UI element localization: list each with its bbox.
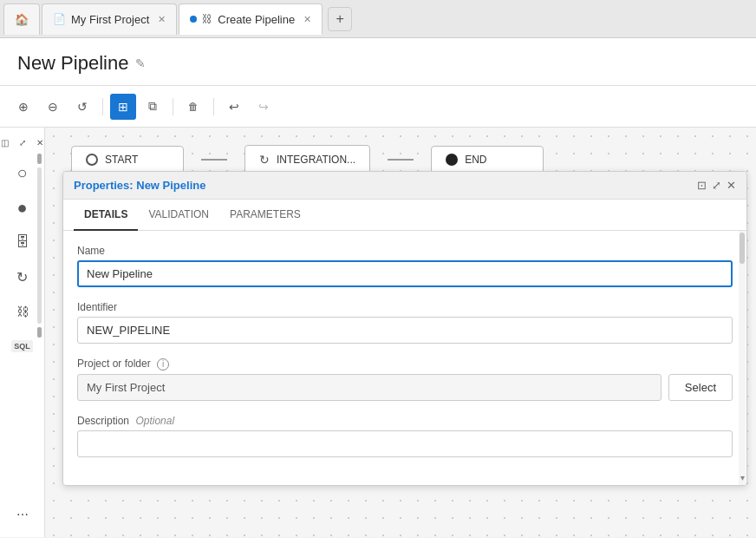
left-sidebar: ◫ ⤢ ✕ ○ ● 🗄 ↻ ⛓ SQL ⋯ <box>0 128 45 537</box>
add-tab-button[interactable]: + <box>328 7 352 31</box>
panel-title-name: New Pipeline <box>136 179 205 192</box>
sidebar-filled-circle-tool[interactable]: ● <box>7 192 38 223</box>
sidebar-fullscreen-icon[interactable]: ⤢ <box>15 134 30 150</box>
description-label: Description Optional <box>77 415 733 427</box>
zoom-in-button[interactable]: ⊕ <box>10 94 36 120</box>
tab-home[interactable]: 🏠 <box>3 3 40 35</box>
toolbar: ⊕ ⊖ ↺ ⊞ ⧉ 🗑 ↩ ↪ <box>0 86 756 128</box>
more-icon: ⋯ <box>16 508 29 522</box>
grid-button[interactable]: ⊞ <box>110 94 136 120</box>
delete-button[interactable]: 🗑 <box>180 94 206 120</box>
end-node[interactable]: END <box>431 146 544 174</box>
start-node[interactable]: START <box>71 146 184 174</box>
panel-tabs: DETAILS VALIDATION PARAMETERS <box>63 200 746 231</box>
end-node-icon <box>446 154 458 166</box>
panel-maximize-button[interactable]: ⤢ <box>712 179 721 192</box>
project-row: Select <box>77 374 733 401</box>
panel-scrollbar[interactable]: ▾ <box>738 231 746 485</box>
description-field-group: Description Optional <box>77 415 733 457</box>
undo2-icon: ↩ <box>229 100 239 114</box>
zoom-in-icon: ⊕ <box>18 100 29 114</box>
sidebar-network-tool[interactable]: ⛓ <box>7 296 38 327</box>
scroll-track <box>739 231 746 485</box>
panel-title-prefix: Properties: <box>74 179 136 192</box>
panel-actions: ⊡ ⤢ ✕ <box>697 179 736 192</box>
tab-parameters[interactable]: PARAMETERS <box>219 200 311 231</box>
pipeline-nodes-row: START ↻ INTEGRATION... END <box>71 145 544 174</box>
connector-2 <box>388 159 414 161</box>
database-icon: 🗄 <box>16 234 29 250</box>
name-label: Name <box>77 245 733 257</box>
tab-validation[interactable]: VALIDATION <box>138 200 219 231</box>
toolbar-separator-3 <box>213 98 214 115</box>
undo-icon: ↺ <box>77 100 88 114</box>
start-node-icon <box>86 154 98 166</box>
project-icon: 📄 <box>53 13 66 25</box>
grid-icon: ⊞ <box>118 100 128 114</box>
name-field-group: Name <box>77 245 733 287</box>
integration-node-icon: ↻ <box>259 153 270 167</box>
name-input[interactable] <box>77 260 733 287</box>
scroll-down[interactable] <box>37 327 42 338</box>
tab-details[interactable]: DETAILS <box>74 200 138 231</box>
scroll-down-arrow[interactable]: ▾ <box>739 473 746 483</box>
redo-button[interactable]: ↪ <box>251 94 277 120</box>
toolbar-separator-1 <box>102 98 103 115</box>
panel-minimize-button[interactable]: ⊡ <box>697 179 707 192</box>
edit-icon[interactable]: ✎ <box>135 56 146 70</box>
copy-button[interactable]: ⧉ <box>140 94 166 120</box>
panel-header: Properties: New Pipeline ⊡ ⤢ ✕ <box>63 172 746 200</box>
project-field-group: Project or folder i Select <box>77 358 733 401</box>
scroll-track <box>37 167 42 324</box>
identifier-input[interactable] <box>77 317 733 344</box>
sidebar-circle-tool[interactable]: ○ <box>7 157 38 188</box>
page-title: New Pipeline <box>17 52 128 75</box>
tab-project[interactable]: 📄 My First Project ✕ <box>42 3 177 35</box>
select-button[interactable]: Select <box>668 374 733 401</box>
toolbar-separator-2 <box>173 98 173 115</box>
tab-pipeline-label: Create Pipeline <box>218 13 295 26</box>
connector-1 <box>201 159 227 161</box>
sidebar-sql-tool[interactable]: SQL <box>7 331 38 362</box>
tab-pipeline[interactable]: ⛓ Create Pipeline ✕ <box>179 3 323 35</box>
tab-project-close[interactable]: ✕ <box>158 14 166 25</box>
sidebar-sync-tool[interactable]: ↻ <box>7 261 38 292</box>
sidebar-more-tool[interactable]: ⋯ <box>7 499 38 530</box>
undo-button[interactable]: ↺ <box>69 94 95 120</box>
pipeline-dot <box>190 16 197 23</box>
tab-pipeline-close[interactable]: ✕ <box>303 14 311 25</box>
sql-icon: SQL <box>11 340 33 352</box>
network-icon: ⛓ <box>16 305 29 318</box>
pipeline-icon: ⛓ <box>202 13 212 25</box>
circle-empty-icon: ○ <box>16 164 27 181</box>
panel-close-button[interactable]: ✕ <box>727 179 736 192</box>
main-area: ◫ ⤢ ✕ ○ ● 🗄 ↻ ⛓ SQL ⋯ <box>0 128 756 537</box>
zoom-out-icon: ⊖ <box>48 100 58 114</box>
end-node-label: END <box>465 154 486 166</box>
properties-panel: Properties: New Pipeline ⊡ ⤢ ✕ DETAILS V… <box>62 171 747 486</box>
zoom-out-button[interactable]: ⊖ <box>40 94 66 120</box>
tab-bar: 🏠 📄 My First Project ✕ ⛓ Create Pipeline… <box>0 0 756 38</box>
panel-body: Name Identifier Project or folder i <box>63 231 746 485</box>
undo2-button[interactable]: ↩ <box>221 94 247 120</box>
integration-node[interactable]: ↻ INTEGRATION... <box>244 145 370 174</box>
tab-project-label: My First Project <box>71 13 149 26</box>
integration-node-label: INTEGRATION... <box>277 154 355 166</box>
project-input <box>77 374 662 401</box>
project-info-icon[interactable]: i <box>157 358 169 371</box>
sidebar-scroll[interactable] <box>37 154 42 338</box>
panel-title: Properties: New Pipeline <box>74 179 205 192</box>
project-label: Project or folder i <box>77 358 733 371</box>
scroll-thumb[interactable] <box>740 233 745 264</box>
home-icon: 🏠 <box>15 13 29 26</box>
delete-icon: 🗑 <box>188 101 199 113</box>
sidebar-database-tool[interactable]: 🗄 <box>7 226 38 258</box>
page-header: New Pipeline ✎ <box>0 38 756 86</box>
description-input[interactable] <box>77 430 733 457</box>
circle-filled-icon: ● <box>16 199 27 216</box>
start-node-label: START <box>105 154 138 166</box>
identifier-label: Identifier <box>77 301 733 313</box>
sidebar-expand-icon[interactable]: ◫ <box>0 134 13 150</box>
scroll-up[interactable] <box>37 154 42 164</box>
canvas-area[interactable]: START ↻ INTEGRATION... END Properties: N… <box>45 128 756 537</box>
